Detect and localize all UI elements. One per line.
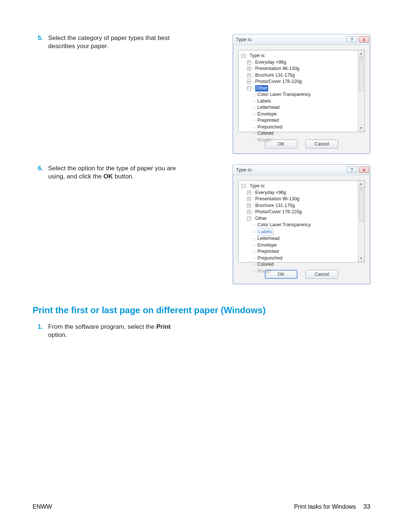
- expand-icon[interactable]: [247, 210, 251, 214]
- step-text: From the software program, select the Pr…: [48, 323, 189, 339]
- tree-item[interactable]: Other: [241, 215, 357, 222]
- scroll-down-icon[interactable]: ▼: [358, 126, 364, 131]
- tree-item-selected[interactable]: Labels: [241, 228, 357, 236]
- step-6: 6. Select the option for the type of pap…: [33, 164, 370, 284]
- collapse-icon[interactable]: [247, 86, 251, 90]
- expand-icon[interactable]: [247, 197, 251, 201]
- footer-chapter: Print tasks for Windows: [294, 503, 356, 510]
- scrollbar[interactable]: ▲ ▼: [358, 181, 364, 262]
- step-number: 6.: [33, 164, 48, 173]
- dialog-title: Type is:: [236, 37, 253, 42]
- tree-item[interactable]: Everyday <96g: [241, 190, 357, 196]
- tree-item[interactable]: Color Laser Transparency: [241, 222, 357, 228]
- tree-item[interactable]: Labels: [241, 98, 357, 105]
- collapse-icon[interactable]: [247, 217, 251, 221]
- tree-item-selected[interactable]: Other: [241, 85, 357, 92]
- tree-item[interactable]: Brochure 131-175g: [241, 72, 357, 79]
- close-icon[interactable]: x: [359, 36, 369, 43]
- tree-item[interactable]: Preprinted: [241, 117, 357, 124]
- dialog-title: Type is:: [236, 167, 253, 173]
- step-text: Select the category of paper types that …: [48, 34, 189, 50]
- step-text: Select the option for the type of paper …: [48, 164, 189, 181]
- step-number: 1.: [33, 323, 48, 331]
- footer-left: ENWW: [33, 503, 52, 510]
- tree-item[interactable]: Colored: [241, 130, 357, 137]
- page-footer: ENWW Print tasks for Windows 33: [33, 503, 370, 511]
- paper-type-tree[interactable]: ▲ ▼ Type is: Everyday <96g Presentation …: [238, 50, 365, 132]
- tree-item[interactable]: Envelope: [241, 111, 357, 118]
- tree-item[interactable]: Letterhead: [241, 235, 357, 242]
- tree-item[interactable]: Color Laser Transparency: [241, 91, 357, 98]
- scroll-up-icon[interactable]: ▲: [358, 181, 364, 187]
- expand-icon[interactable]: [247, 67, 251, 71]
- collapse-icon[interactable]: [241, 54, 246, 58]
- expand-icon[interactable]: [247, 60, 251, 64]
- tree-item[interactable]: Photo/Cover 176-220g: [241, 209, 357, 215]
- paper-type-tree[interactable]: ▲ ▼ Type is: Everyday <96g Presentation …: [238, 180, 365, 262]
- tree-item[interactable]: Everyday <96g: [241, 59, 357, 66]
- page-number: 33: [363, 503, 370, 511]
- tree-item[interactable]: Preprinted: [241, 248, 357, 255]
- dialog-titlebar[interactable]: Type is: ? x: [233, 34, 370, 45]
- tree-item[interactable]: Prepunched: [241, 255, 357, 262]
- step-1-next: 1. From the software program, select the…: [33, 323, 370, 339]
- tree-item[interactable]: Rough: [241, 137, 357, 144]
- tree-item[interactable]: Brochure 131-175g: [241, 203, 357, 209]
- dialog-titlebar[interactable]: Type is: ? x: [233, 165, 370, 175]
- tree-item[interactable]: Presentation 96-130g: [241, 196, 357, 203]
- type-is-dialog-1: Type is: ? x ▲ ▼ Type is: Ever: [233, 34, 370, 154]
- tree-item[interactable]: Photo/Cover 176-220g: [241, 78, 357, 85]
- tree-item[interactable]: Prepunched: [241, 124, 357, 131]
- tree-root[interactable]: Type is:: [241, 53, 357, 59]
- collapse-icon[interactable]: [241, 184, 246, 188]
- scroll-down-icon[interactable]: ▼: [358, 256, 364, 262]
- expand-icon[interactable]: [247, 204, 251, 208]
- scroll-thumb[interactable]: [359, 188, 363, 222]
- section-heading: Print the first or last page on differen…: [33, 305, 370, 315]
- type-is-dialog-2: Type is: ? x ▲ ▼ Type is: Ever: [233, 164, 370, 284]
- scroll-thumb[interactable]: [359, 57, 363, 91]
- tree-item[interactable]: Rough: [241, 268, 357, 275]
- tree-item[interactable]: Envelope: [241, 242, 357, 249]
- tree-item[interactable]: Presentation 96-130g: [241, 66, 357, 72]
- expand-icon[interactable]: [247, 80, 251, 84]
- tree-item[interactable]: Letterhead: [241, 104, 357, 111]
- scroll-up-icon[interactable]: ▲: [358, 51, 364, 57]
- step-5: 5. Select the category of paper types th…: [33, 34, 370, 154]
- tree-item[interactable]: Colored: [241, 261, 357, 268]
- step-number: 5.: [33, 34, 48, 42]
- scrollbar[interactable]: ▲ ▼: [358, 51, 364, 131]
- expand-icon[interactable]: [247, 73, 251, 77]
- close-icon[interactable]: x: [359, 167, 369, 173]
- help-icon[interactable]: ?: [347, 36, 357, 43]
- help-icon[interactable]: ?: [347, 167, 357, 173]
- tree-root[interactable]: Type is:: [241, 183, 357, 190]
- expand-icon[interactable]: [247, 191, 251, 195]
